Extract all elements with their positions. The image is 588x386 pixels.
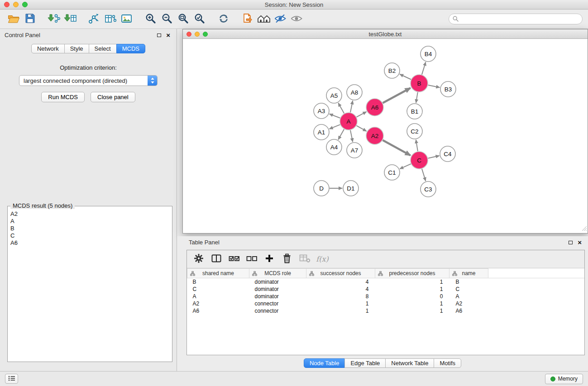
graph-edge-B-B2[interactable] (400, 74, 411, 80)
graph-edge-B-B4[interactable] (422, 62, 426, 75)
graph-node-a1[interactable]: A1 (314, 124, 329, 140)
graph-edge-A-A4[interactable] (338, 129, 344, 139)
graph-edge-A-A1[interactable] (330, 124, 340, 129)
result-item[interactable]: A6 (10, 239, 169, 247)
graph-node-c3[interactable]: C3 (421, 181, 436, 197)
export-image-button[interactable] (119, 11, 135, 27)
table-row[interactable]: Bdominator41B (187, 278, 585, 286)
table-cell[interactable]: connector (249, 307, 306, 315)
table-row[interactable]: Cdominator41C (187, 286, 585, 293)
close-window-button[interactable] (4, 2, 10, 7)
network-graph[interactable]: B4B2BB3A5A8A6B1A3AC2A1A2A4A7C4CC1C3DD1 (183, 39, 588, 233)
table-cell[interactable]: A6 (187, 307, 249, 315)
close-table-panel-icon[interactable]: × (578, 239, 582, 246)
table-cell[interactable]: 4 (306, 286, 375, 293)
result-item[interactable]: B (10, 225, 169, 232)
optimization-dropdown[interactable]: largest connected component (directed) (19, 75, 158, 86)
graph-node-b[interactable]: B (411, 75, 428, 92)
table-cell[interactable]: 1 (375, 286, 449, 293)
graph-node-a7[interactable]: A7 (347, 143, 362, 158)
graph-node-a8[interactable]: A8 (347, 85, 362, 100)
column-header-shared-name[interactable]: shared name (187, 269, 249, 278)
settings-button[interactable] (191, 252, 206, 267)
close-panel-button[interactable]: Close panel (91, 92, 135, 102)
columns-button[interactable] (209, 252, 224, 267)
result-item[interactable]: C (10, 232, 169, 239)
graph-edge-C-C3[interactable] (422, 169, 425, 181)
graph-node-b2[interactable]: B2 (384, 63, 400, 78)
table-cell[interactable]: A2 (449, 300, 488, 307)
tab-node-table[interactable]: Node Table (304, 358, 345, 368)
tab-style[interactable]: Style (64, 44, 89, 53)
table-cell[interactable]: A2 (187, 300, 249, 307)
graph-edge-B-B3[interactable] (428, 85, 440, 87)
table-cell[interactable]: dominator (249, 293, 306, 300)
delete-button[interactable] (280, 252, 294, 267)
result-item[interactable]: A (10, 218, 169, 225)
add-button[interactable] (262, 252, 277, 267)
table-cell[interactable]: dominator (249, 286, 306, 293)
graph-node-c4[interactable]: C4 (440, 146, 455, 162)
table-cell[interactable]: 1 (375, 278, 449, 286)
tab-edge-table[interactable]: Edge Table (344, 358, 386, 368)
table-cell[interactable]: A6 (449, 307, 488, 315)
tab-network-table[interactable]: Network Table (385, 358, 434, 368)
table-row[interactable]: Adominator80A (187, 293, 585, 300)
graph-edge-A-A7[interactable] (350, 130, 353, 142)
show-details-button[interactable] (288, 11, 305, 27)
import-table-file-button[interactable] (62, 11, 78, 27)
tab-network[interactable]: Network (31, 44, 65, 53)
import-network-file-button[interactable] (46, 11, 62, 27)
table-cell[interactable]: 0 (375, 293, 449, 300)
delete-table-button[interactable] (297, 252, 312, 267)
graph-node-d1[interactable]: D1 (343, 181, 359, 196)
zoom-selected-button[interactable] (191, 11, 208, 27)
function-builder-button[interactable]: f(x) (315, 252, 330, 267)
graph-edge-A-A5[interactable] (338, 103, 344, 114)
table-cell[interactable]: 1 (375, 300, 449, 307)
hide-style-button[interactable] (272, 11, 288, 27)
network-table-button[interactable] (102, 11, 119, 27)
graph-edge-B-B1[interactable] (416, 92, 418, 103)
graph-node-b4[interactable]: B4 (421, 46, 436, 62)
graph-edge-A-A2[interactable] (357, 126, 367, 131)
table-cell[interactable]: A (187, 293, 249, 300)
zoom-out-button[interactable] (159, 11, 175, 27)
graph-node-b1[interactable]: B1 (407, 104, 422, 119)
table-row[interactable]: A6connector11A6 (187, 307, 585, 315)
select-all-button[interactable] (227, 252, 241, 267)
graph-edge-A-A6[interactable] (357, 112, 367, 117)
close-network-window-button[interactable] (186, 32, 191, 37)
graph-node-c[interactable]: C (411, 152, 428, 169)
column-header-successor-nodes[interactable]: successor nodes (306, 269, 375, 278)
memory-button[interactable]: Memory (545, 374, 583, 384)
table-cell[interactable]: C (449, 286, 488, 293)
column-header-mcds-role[interactable]: MCDS role (249, 269, 306, 278)
table-cell[interactable]: dominator (249, 278, 306, 286)
run-mcds-button[interactable]: Run MCDS (41, 92, 85, 102)
graph-node-d[interactable]: D (314, 181, 329, 196)
table-cell[interactable]: 1 (306, 300, 375, 307)
graph-node-b3[interactable]: B3 (440, 81, 456, 97)
resize-handle-icon[interactable] (582, 226, 587, 233)
table-cell[interactable]: connector (249, 300, 306, 307)
table-cell[interactable]: 4 (306, 278, 375, 286)
table-cell[interactable]: C (187, 286, 249, 293)
close-panel-icon[interactable]: × (166, 32, 170, 38)
refresh-button[interactable] (215, 11, 232, 27)
float-table-panel-icon[interactable] (569, 241, 573, 244)
graph-node-a4[interactable]: A4 (326, 139, 342, 155)
zoom-fit-button[interactable] (175, 11, 191, 27)
column-header-predecessor-nodes[interactable]: predecessor nodes (375, 269, 449, 278)
zoom-in-button[interactable] (143, 11, 159, 27)
graph-node-a6[interactable]: A6 (366, 99, 383, 116)
table-cell[interactable]: A (449, 293, 488, 300)
table-cell[interactable]: B (187, 278, 249, 286)
graph-edge-A6-B[interactable] (383, 88, 411, 103)
graph-node-a3[interactable]: A3 (314, 103, 329, 119)
graph-node-c2[interactable]: C2 (407, 124, 422, 139)
tab-mcds[interactable]: MCDS (116, 44, 145, 53)
tab-motifs[interactable]: Motifs (434, 358, 461, 368)
deselect-all-button[interactable] (244, 252, 259, 267)
table-cell[interactable]: 1 (306, 307, 375, 315)
